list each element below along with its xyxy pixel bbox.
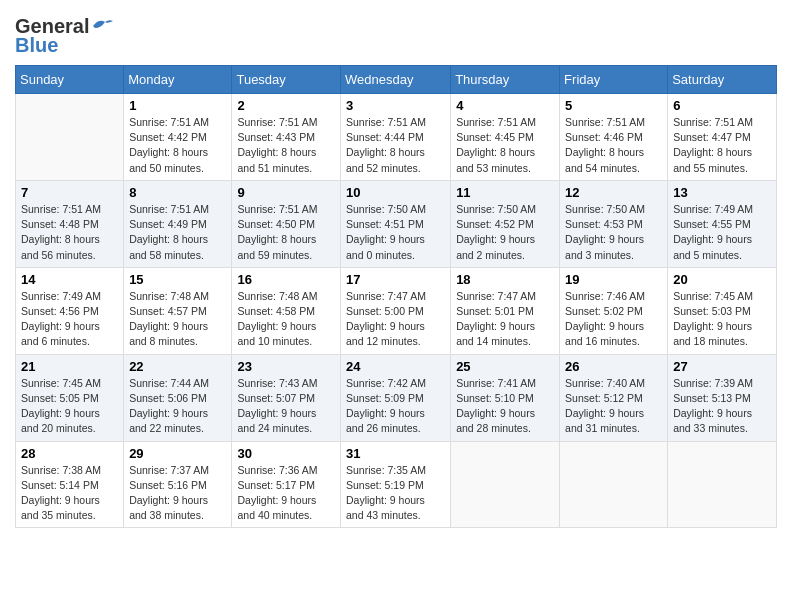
day-info: Sunrise: 7:51 AMSunset: 4:45 PMDaylight:… — [456, 115, 554, 176]
calendar-day-cell: 22Sunrise: 7:44 AMSunset: 5:06 PMDayligh… — [124, 354, 232, 441]
calendar-day-cell: 6Sunrise: 7:51 AMSunset: 4:47 PMDaylight… — [668, 94, 777, 181]
day-info: Sunrise: 7:45 AMSunset: 5:05 PMDaylight:… — [21, 376, 118, 437]
day-info: Sunrise: 7:35 AMSunset: 5:19 PMDaylight:… — [346, 463, 445, 524]
weekday-header: Thursday — [451, 66, 560, 94]
day-number: 19 — [565, 272, 662, 287]
logo: General Blue — [15, 15, 113, 57]
day-number: 11 — [456, 185, 554, 200]
day-info: Sunrise: 7:47 AMSunset: 5:00 PMDaylight:… — [346, 289, 445, 350]
calendar-day-cell — [16, 94, 124, 181]
day-number: 25 — [456, 359, 554, 374]
day-number: 4 — [456, 98, 554, 113]
calendar-day-cell: 2Sunrise: 7:51 AMSunset: 4:43 PMDaylight… — [232, 94, 341, 181]
weekday-header: Friday — [560, 66, 668, 94]
calendar-day-cell: 29Sunrise: 7:37 AMSunset: 5:16 PMDayligh… — [124, 441, 232, 528]
day-info: Sunrise: 7:44 AMSunset: 5:06 PMDaylight:… — [129, 376, 226, 437]
day-number: 29 — [129, 446, 226, 461]
calendar-day-cell: 9Sunrise: 7:51 AMSunset: 4:50 PMDaylight… — [232, 180, 341, 267]
calendar-day-cell: 23Sunrise: 7:43 AMSunset: 5:07 PMDayligh… — [232, 354, 341, 441]
calendar-week-row: 7Sunrise: 7:51 AMSunset: 4:48 PMDaylight… — [16, 180, 777, 267]
day-info: Sunrise: 7:42 AMSunset: 5:09 PMDaylight:… — [346, 376, 445, 437]
day-number: 2 — [237, 98, 335, 113]
calendar-day-cell: 14Sunrise: 7:49 AMSunset: 4:56 PMDayligh… — [16, 267, 124, 354]
day-number: 26 — [565, 359, 662, 374]
calendar-day-cell: 4Sunrise: 7:51 AMSunset: 4:45 PMDaylight… — [451, 94, 560, 181]
weekday-header: Wednesday — [341, 66, 451, 94]
calendar-day-cell — [560, 441, 668, 528]
day-number: 18 — [456, 272, 554, 287]
page-header: General Blue — [15, 10, 777, 57]
calendar-day-cell: 10Sunrise: 7:50 AMSunset: 4:51 PMDayligh… — [341, 180, 451, 267]
day-info: Sunrise: 7:37 AMSunset: 5:16 PMDaylight:… — [129, 463, 226, 524]
day-number: 28 — [21, 446, 118, 461]
day-number: 17 — [346, 272, 445, 287]
weekday-header: Sunday — [16, 66, 124, 94]
calendar-day-cell: 16Sunrise: 7:48 AMSunset: 4:58 PMDayligh… — [232, 267, 341, 354]
day-number: 14 — [21, 272, 118, 287]
day-info: Sunrise: 7:48 AMSunset: 4:58 PMDaylight:… — [237, 289, 335, 350]
day-info: Sunrise: 7:47 AMSunset: 5:01 PMDaylight:… — [456, 289, 554, 350]
day-number: 24 — [346, 359, 445, 374]
calendar-day-cell: 17Sunrise: 7:47 AMSunset: 5:00 PMDayligh… — [341, 267, 451, 354]
calendar-day-cell: 26Sunrise: 7:40 AMSunset: 5:12 PMDayligh… — [560, 354, 668, 441]
day-info: Sunrise: 7:39 AMSunset: 5:13 PMDaylight:… — [673, 376, 771, 437]
calendar-day-cell: 1Sunrise: 7:51 AMSunset: 4:42 PMDaylight… — [124, 94, 232, 181]
day-info: Sunrise: 7:49 AMSunset: 4:55 PMDaylight:… — [673, 202, 771, 263]
day-info: Sunrise: 7:50 AMSunset: 4:52 PMDaylight:… — [456, 202, 554, 263]
calendar-week-row: 1Sunrise: 7:51 AMSunset: 4:42 PMDaylight… — [16, 94, 777, 181]
calendar-day-cell: 31Sunrise: 7:35 AMSunset: 5:19 PMDayligh… — [341, 441, 451, 528]
day-number: 20 — [673, 272, 771, 287]
day-number: 10 — [346, 185, 445, 200]
day-info: Sunrise: 7:40 AMSunset: 5:12 PMDaylight:… — [565, 376, 662, 437]
day-number: 3 — [346, 98, 445, 113]
calendar-day-cell: 28Sunrise: 7:38 AMSunset: 5:14 PMDayligh… — [16, 441, 124, 528]
day-info: Sunrise: 7:51 AMSunset: 4:44 PMDaylight:… — [346, 115, 445, 176]
calendar-day-cell — [668, 441, 777, 528]
logo-bird-icon — [91, 18, 113, 34]
day-number: 30 — [237, 446, 335, 461]
calendar-day-cell: 13Sunrise: 7:49 AMSunset: 4:55 PMDayligh… — [668, 180, 777, 267]
day-info: Sunrise: 7:51 AMSunset: 4:50 PMDaylight:… — [237, 202, 335, 263]
day-info: Sunrise: 7:51 AMSunset: 4:47 PMDaylight:… — [673, 115, 771, 176]
day-info: Sunrise: 7:49 AMSunset: 4:56 PMDaylight:… — [21, 289, 118, 350]
day-info: Sunrise: 7:41 AMSunset: 5:10 PMDaylight:… — [456, 376, 554, 437]
logo-blue-text: Blue — [15, 34, 58, 57]
day-info: Sunrise: 7:51 AMSunset: 4:46 PMDaylight:… — [565, 115, 662, 176]
calendar-day-cell: 5Sunrise: 7:51 AMSunset: 4:46 PMDaylight… — [560, 94, 668, 181]
day-number: 5 — [565, 98, 662, 113]
day-info: Sunrise: 7:51 AMSunset: 4:43 PMDaylight:… — [237, 115, 335, 176]
day-info: Sunrise: 7:51 AMSunset: 4:48 PMDaylight:… — [21, 202, 118, 263]
calendar-day-cell: 18Sunrise: 7:47 AMSunset: 5:01 PMDayligh… — [451, 267, 560, 354]
day-number: 12 — [565, 185, 662, 200]
calendar-day-cell: 15Sunrise: 7:48 AMSunset: 4:57 PMDayligh… — [124, 267, 232, 354]
calendar-day-cell: 20Sunrise: 7:45 AMSunset: 5:03 PMDayligh… — [668, 267, 777, 354]
day-number: 22 — [129, 359, 226, 374]
day-number: 8 — [129, 185, 226, 200]
calendar-day-cell: 27Sunrise: 7:39 AMSunset: 5:13 PMDayligh… — [668, 354, 777, 441]
day-info: Sunrise: 7:43 AMSunset: 5:07 PMDaylight:… — [237, 376, 335, 437]
weekday-header: Tuesday — [232, 66, 341, 94]
calendar-day-cell: 11Sunrise: 7:50 AMSunset: 4:52 PMDayligh… — [451, 180, 560, 267]
calendar-day-cell: 8Sunrise: 7:51 AMSunset: 4:49 PMDaylight… — [124, 180, 232, 267]
calendar-week-row: 14Sunrise: 7:49 AMSunset: 4:56 PMDayligh… — [16, 267, 777, 354]
day-info: Sunrise: 7:45 AMSunset: 5:03 PMDaylight:… — [673, 289, 771, 350]
calendar-week-row: 21Sunrise: 7:45 AMSunset: 5:05 PMDayligh… — [16, 354, 777, 441]
day-number: 13 — [673, 185, 771, 200]
calendar-day-cell: 25Sunrise: 7:41 AMSunset: 5:10 PMDayligh… — [451, 354, 560, 441]
calendar-header-row: SundayMondayTuesdayWednesdayThursdayFrid… — [16, 66, 777, 94]
calendar-table: SundayMondayTuesdayWednesdayThursdayFrid… — [15, 65, 777, 528]
day-number: 7 — [21, 185, 118, 200]
weekday-header: Monday — [124, 66, 232, 94]
calendar-day-cell — [451, 441, 560, 528]
day-number: 16 — [237, 272, 335, 287]
day-number: 23 — [237, 359, 335, 374]
day-info: Sunrise: 7:48 AMSunset: 4:57 PMDaylight:… — [129, 289, 226, 350]
calendar-day-cell: 19Sunrise: 7:46 AMSunset: 5:02 PMDayligh… — [560, 267, 668, 354]
calendar-day-cell: 21Sunrise: 7:45 AMSunset: 5:05 PMDayligh… — [16, 354, 124, 441]
calendar-day-cell: 24Sunrise: 7:42 AMSunset: 5:09 PMDayligh… — [341, 354, 451, 441]
day-info: Sunrise: 7:36 AMSunset: 5:17 PMDaylight:… — [237, 463, 335, 524]
calendar-day-cell: 7Sunrise: 7:51 AMSunset: 4:48 PMDaylight… — [16, 180, 124, 267]
calendar-day-cell: 12Sunrise: 7:50 AMSunset: 4:53 PMDayligh… — [560, 180, 668, 267]
day-info: Sunrise: 7:38 AMSunset: 5:14 PMDaylight:… — [21, 463, 118, 524]
day-info: Sunrise: 7:51 AMSunset: 4:49 PMDaylight:… — [129, 202, 226, 263]
